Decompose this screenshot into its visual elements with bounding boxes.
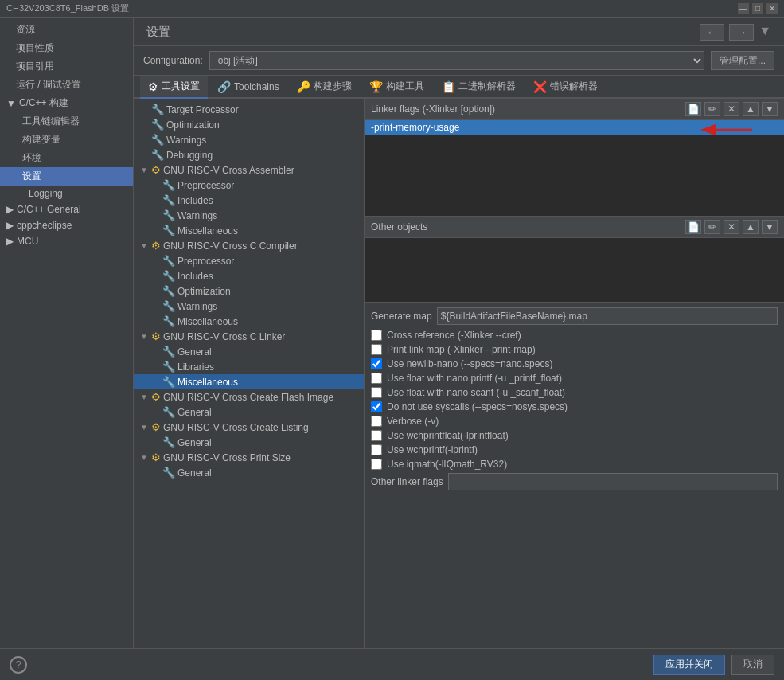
minimize-button[interactable]: — <box>738 3 749 14</box>
flag-item-print-memory-usage[interactable]: -print-memory-usage <box>365 120 784 135</box>
sidebar-item-toolchain-editor[interactable]: 工具链编辑器 <box>0 112 133 131</box>
linker-flags-add-btn[interactable]: 📄 <box>685 102 701 116</box>
tree-item-optimization-c[interactable]: 🔧 Optimization <box>134 283 364 299</box>
manage-config-button[interactable]: 管理配置... <box>711 51 774 70</box>
checkbox-newlib-nano[interactable] <box>371 358 382 369</box>
sidebar-item-cpp-build[interactable]: ▼ C/C++ 构建 <box>0 94 133 112</box>
checkbox-wchprintfloat[interactable] <box>371 430 382 441</box>
tree-item-gnu-print-size[interactable]: ▼ ⚙ GNU RISC-V Cross Print Size <box>134 450 364 465</box>
bottom-left: ? <box>10 656 27 674</box>
option-float-printf: Use float with nano printf (-u _printf_f… <box>371 373 778 384</box>
checkbox-no-syscalls[interactable] <box>371 401 382 412</box>
tree-item-warnings-c[interactable]: 🔧 Warnings <box>134 299 364 314</box>
sidebar-item-project-properties[interactable]: 项目性质 <box>0 39 133 57</box>
tree-item-includes-asm[interactable]: 🔧 Includes <box>134 193 364 208</box>
tree-item-libraries-linker[interactable]: 🔧 Libraries <box>134 359 364 374</box>
sidebar-item-project-references[interactable]: 项目引用 <box>0 57 133 76</box>
checkbox-float-scanf[interactable] <box>371 387 382 398</box>
linker-flags-section: Linker flags (-Xlinker [option]) 📄 ✏ ✕ ▲… <box>365 99 784 217</box>
tree-item-general-print-size[interactable]: 🔧 General <box>134 465 364 480</box>
label-print-link-map: Print link map (-Xlinker --print-map) <box>387 344 536 355</box>
other-objects-header: Other objects 📄 ✏ ✕ ▲ ▼ <box>365 217 784 238</box>
titlebar-controls: — □ ✕ <box>738 3 778 14</box>
sidebar-item-cppcheck[interactable]: ▶ cppcheclipse <box>0 217 133 233</box>
tree-item-general-listing[interactable]: 🔧 General <box>134 435 364 450</box>
sidebar-item-cpp-general[interactable]: ▶ C/C++ General <box>0 201 133 217</box>
tree-item-misc-asm[interactable]: 🔧 Miscellaneous <box>134 223 364 238</box>
tree-item-general-linker[interactable]: 🔧 General <box>134 344 364 359</box>
expand-compiler: ▼ <box>140 241 151 250</box>
tree-item-gnu-assembler[interactable]: ▼ ⚙ GNU RISC-V Cross Assembler <box>134 162 364 178</box>
tree-item-warnings[interactable]: 🔧 Warnings <box>134 132 364 147</box>
nav-back-button[interactable]: ← <box>700 24 724 41</box>
gear-icon-print-size: ⚙ <box>151 451 161 463</box>
tree-item-preprocessor-asm[interactable]: 🔧 Preprocessor <box>134 178 364 193</box>
tree-item-gnu-linker[interactable]: ▼ ⚙ GNU RISC-V Cross C Linker <box>134 329 364 344</box>
linker-flags-up-btn[interactable]: ▲ <box>743 102 759 116</box>
checkbox-iqmath[interactable] <box>371 459 382 470</box>
leaf-icon16: 🔧 <box>162 376 175 388</box>
linker-flags-title: Linker flags (-Xlinker [option]) <box>371 104 495 115</box>
leaf-icon9: 🔧 <box>162 255 175 267</box>
tab-build-steps[interactable]: 🔑 构建步骤 <box>289 76 360 99</box>
tree-item-preprocessor-c[interactable]: 🔧 Preprocessor <box>134 253 364 268</box>
tree-item-debugging[interactable]: 🔧 Debugging <box>134 147 364 162</box>
generate-map-input[interactable] <box>437 307 778 325</box>
cancel-button[interactable]: 取消 <box>731 655 774 675</box>
close-button[interactable]: ✕ <box>766 3 778 14</box>
checkbox-cross-reference[interactable] <box>371 330 382 341</box>
tree-item-target-processor[interactable]: 🔧 Target Processor <box>134 102 364 117</box>
gear-icon-compiler: ⚙ <box>151 240 161 252</box>
checkbox-verbose[interactable] <box>371 416 382 427</box>
linker-flags-down-btn[interactable]: ▼ <box>762 102 778 116</box>
objects-delete-btn[interactable]: ✕ <box>724 220 739 234</box>
tree-item-misc-c[interactable]: 🔧 Miscellaneous <box>134 314 364 329</box>
tree-item-gnu-compiler[interactable]: ▼ ⚙ GNU RISC-V Cross C Compiler <box>134 238 364 253</box>
linker-flags-edit-btn[interactable]: ✏ <box>704 102 720 116</box>
sidebar-item-resources[interactable]: 资源 <box>0 21 133 39</box>
checkbox-print-link-map[interactable] <box>371 344 382 355</box>
checkbox-float-printf[interactable] <box>371 373 382 384</box>
leaf-icon15: 🔧 <box>162 361 175 373</box>
tab-build-tools[interactable]: 🏆 构建工具 <box>361 76 432 99</box>
tab-tool-settings[interactable]: ⚙ 工具设置 <box>140 76 208 99</box>
tree-item-misc-linker[interactable]: 🔧 Miscellaneous <box>134 374 364 389</box>
leaf-icon12: 🔧 <box>162 300 175 312</box>
leaf-icon2: 🔧 <box>151 119 164 131</box>
sidebar-item-environment[interactable]: 环境 <box>0 149 133 167</box>
objects-add-btn[interactable]: 📄 <box>685 220 701 234</box>
expand-icon-mcu: ▶ <box>6 236 14 247</box>
tree-item-optimization[interactable]: 🔧 Optimization <box>134 117 364 132</box>
option-wchprintfloat: Use wchprintfloat(-lprintfloat) <box>371 430 778 441</box>
apply-close-button[interactable]: 应用并关闭 <box>653 655 725 675</box>
help-button[interactable]: ? <box>10 656 27 674</box>
tree-item-warnings-asm[interactable]: 🔧 Warnings <box>134 208 364 223</box>
tree-item-general-flash[interactable]: 🔧 General <box>134 404 364 420</box>
objects-up-btn[interactable]: ▲ <box>743 220 759 234</box>
sidebar-item-settings[interactable]: 设置 <box>0 167 133 186</box>
tree-item-gnu-flash[interactable]: ▼ ⚙ GNU RISC-V Cross Create Flash Image <box>134 389 364 404</box>
maximize-button[interactable]: □ <box>752 3 763 14</box>
tab-error-parser[interactable]: ❌ 错误解析器 <box>525 76 606 99</box>
leaf-icon7: 🔧 <box>162 209 175 221</box>
error-parser-icon: ❌ <box>533 80 547 93</box>
config-select[interactable]: obj [活动] <box>209 51 704 70</box>
other-linker-input[interactable] <box>448 473 778 490</box>
objects-down-btn[interactable]: ▼ <box>762 220 778 234</box>
sidebar-item-logging[interactable]: Logging <box>0 186 133 201</box>
sidebar-item-run-debug[interactable]: 运行 / 调试设置 <box>0 76 133 94</box>
checkbox-wchprintf[interactable] <box>371 444 382 455</box>
expand-print-size: ▼ <box>140 453 151 462</box>
nav-forward-button[interactable]: → <box>729 24 754 41</box>
content-area: 设置 ← → ▼ Configuration: obj [活动] 管理配置...… <box>134 18 784 648</box>
tree-item-gnu-listing[interactable]: ▼ ⚙ GNU RISC-V Cross Create Listing <box>134 420 364 435</box>
settings-menu-icon[interactable]: ▼ <box>759 24 771 41</box>
sidebar-item-mcu[interactable]: ▶ MCU <box>0 233 133 249</box>
linker-flags-delete-btn[interactable]: ✕ <box>724 102 739 116</box>
tab-binary-parser[interactable]: 📋 二进制解析器 <box>434 76 524 99</box>
leaf-icon14: 🔧 <box>162 346 175 358</box>
tab-toolchains[interactable]: 🔗 Toolchains <box>209 76 287 99</box>
objects-edit-btn[interactable]: ✏ <box>704 220 720 234</box>
sidebar-item-build-variables[interactable]: 构建变量 <box>0 131 133 149</box>
tree-item-includes-c[interactable]: 🔧 Includes <box>134 268 364 283</box>
